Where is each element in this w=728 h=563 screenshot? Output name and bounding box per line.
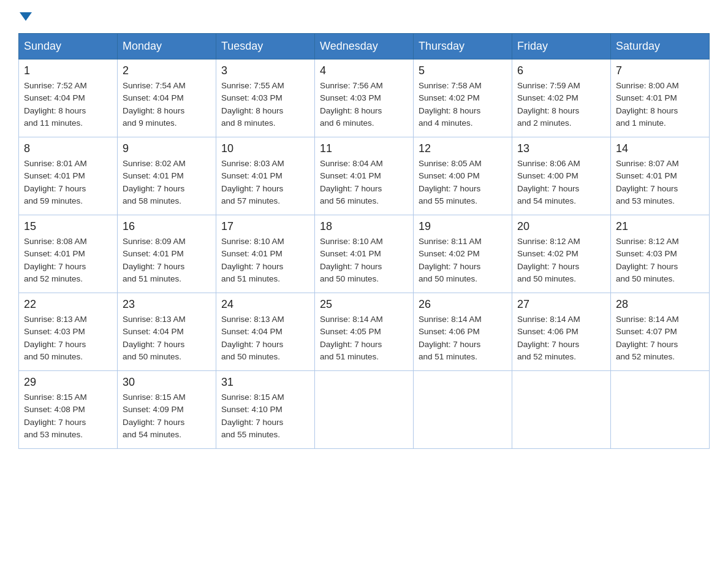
calendar-cell (315, 371, 414, 449)
calendar-header-sunday: Sunday (19, 34, 118, 59)
day-info: Sunrise: 7:52 AMSunset: 4:04 PMDaylight:… (24, 80, 112, 129)
day-number: 8 (24, 142, 112, 155)
calendar-cell: 28 Sunrise: 8:14 AMSunset: 4:07 PMDaylig… (611, 293, 710, 371)
day-number: 14 (616, 142, 704, 155)
day-number: 23 (123, 298, 211, 311)
day-info: Sunrise: 8:11 AMSunset: 4:02 PMDaylight:… (419, 236, 507, 285)
day-number: 3 (221, 64, 309, 77)
calendar-header-saturday: Saturday (611, 34, 710, 59)
day-info: Sunrise: 8:06 AMSunset: 4:00 PMDaylight:… (517, 158, 605, 207)
day-info: Sunrise: 8:00 AMSunset: 4:01 PMDaylight:… (616, 80, 704, 129)
calendar-cell: 6 Sunrise: 7:59 AMSunset: 4:02 PMDayligh… (512, 59, 611, 137)
calendar-header-friday: Friday (512, 34, 611, 59)
day-number: 28 (616, 298, 704, 311)
calendar-table: SundayMondayTuesdayWednesdayThursdayFrid… (18, 33, 710, 449)
day-number: 25 (320, 298, 408, 311)
day-info: Sunrise: 8:02 AMSunset: 4:01 PMDaylight:… (123, 158, 211, 207)
day-info: Sunrise: 7:54 AMSunset: 4:04 PMDaylight:… (123, 80, 211, 129)
day-number: 27 (517, 298, 605, 311)
day-number: 7 (616, 64, 704, 77)
calendar-cell: 27 Sunrise: 8:14 AMSunset: 4:06 PMDaylig… (512, 293, 611, 371)
day-number: 4 (320, 64, 408, 77)
day-info: Sunrise: 8:01 AMSunset: 4:01 PMDaylight:… (24, 158, 112, 207)
day-number: 11 (320, 142, 408, 155)
calendar-cell: 19 Sunrise: 8:11 AMSunset: 4:02 PMDaylig… (414, 215, 512, 293)
calendar-header-wednesday: Wednesday (315, 34, 414, 59)
day-number: 1 (24, 64, 112, 77)
calendar-cell: 30 Sunrise: 8:15 AMSunset: 4:09 PMDaylig… (118, 371, 216, 449)
day-number: 13 (517, 142, 605, 155)
calendar-cell: 25 Sunrise: 8:14 AMSunset: 4:05 PMDaylig… (315, 293, 414, 371)
day-info: Sunrise: 8:14 AMSunset: 4:05 PMDaylight:… (320, 313, 408, 363)
day-info: Sunrise: 8:14 AMSunset: 4:06 PMDaylight:… (419, 313, 507, 363)
calendar-cell: 3 Sunrise: 7:55 AMSunset: 4:03 PMDayligh… (216, 59, 315, 137)
day-info: Sunrise: 8:09 AMSunset: 4:01 PMDaylight:… (123, 236, 211, 285)
calendar-cell: 16 Sunrise: 8:09 AMSunset: 4:01 PMDaylig… (118, 215, 216, 293)
calendar-cell: 10 Sunrise: 8:03 AMSunset: 4:01 PMDaylig… (216, 137, 315, 215)
calendar-week-row: 1 Sunrise: 7:52 AMSunset: 4:04 PMDayligh… (19, 59, 710, 137)
day-number: 22 (24, 298, 112, 311)
calendar-header-row: SundayMondayTuesdayWednesdayThursdayFrid… (19, 34, 710, 59)
calendar-cell: 24 Sunrise: 8:13 AMSunset: 4:04 PMDaylig… (216, 293, 315, 371)
calendar-header-thursday: Thursday (414, 34, 512, 59)
day-info: Sunrise: 8:13 AMSunset: 4:04 PMDaylight:… (123, 313, 211, 363)
calendar-cell: 7 Sunrise: 8:00 AMSunset: 4:01 PMDayligh… (611, 59, 710, 137)
calendar-cell: 5 Sunrise: 7:58 AMSunset: 4:02 PMDayligh… (414, 59, 512, 137)
calendar-header-monday: Monday (118, 34, 216, 59)
day-info: Sunrise: 7:59 AMSunset: 4:02 PMDaylight:… (517, 80, 605, 129)
day-info: Sunrise: 8:15 AMSunset: 4:09 PMDaylight:… (123, 391, 211, 441)
day-info: Sunrise: 7:56 AMSunset: 4:03 PMDaylight:… (320, 80, 408, 129)
day-info: Sunrise: 8:15 AMSunset: 4:10 PMDaylight:… (221, 391, 309, 441)
day-info: Sunrise: 8:10 AMSunset: 4:01 PMDaylight:… (320, 236, 408, 285)
day-info: Sunrise: 8:05 AMSunset: 4:00 PMDaylight:… (419, 158, 507, 207)
calendar-cell: 23 Sunrise: 8:13 AMSunset: 4:04 PMDaylig… (118, 293, 216, 371)
calendar-week-row: 15 Sunrise: 8:08 AMSunset: 4:01 PMDaylig… (19, 215, 710, 293)
day-number: 17 (221, 220, 309, 233)
day-info: Sunrise: 8:12 AMSunset: 4:03 PMDaylight:… (616, 236, 704, 285)
day-number: 29 (24, 376, 112, 389)
day-number: 12 (419, 142, 507, 155)
day-number: 16 (123, 220, 211, 233)
day-number: 26 (419, 298, 507, 311)
day-info: Sunrise: 8:15 AMSunset: 4:08 PMDaylight:… (24, 391, 112, 441)
day-number: 2 (123, 64, 211, 77)
day-info: Sunrise: 8:07 AMSunset: 4:01 PMDaylight:… (616, 158, 704, 207)
day-number: 6 (517, 64, 605, 77)
day-info: Sunrise: 7:55 AMSunset: 4:03 PMDaylight:… (221, 80, 309, 129)
calendar-cell: 22 Sunrise: 8:13 AMSunset: 4:03 PMDaylig… (19, 293, 118, 371)
day-info: Sunrise: 8:12 AMSunset: 4:02 PMDaylight:… (517, 236, 605, 285)
calendar-cell: 13 Sunrise: 8:06 AMSunset: 4:00 PMDaylig… (512, 137, 611, 215)
day-number: 19 (419, 220, 507, 233)
calendar-cell (414, 371, 512, 449)
logo (18, 12, 32, 21)
calendar-cell: 17 Sunrise: 8:10 AMSunset: 4:01 PMDaylig… (216, 215, 315, 293)
logo-triangle-icon (20, 12, 32, 21)
calendar-week-row: 29 Sunrise: 8:15 AMSunset: 4:08 PMDaylig… (19, 371, 710, 449)
day-number: 30 (123, 376, 211, 389)
day-info: Sunrise: 8:14 AMSunset: 4:07 PMDaylight:… (616, 313, 704, 363)
day-number: 31 (221, 376, 309, 389)
calendar-cell: 8 Sunrise: 8:01 AMSunset: 4:01 PMDayligh… (19, 137, 118, 215)
day-number: 18 (320, 220, 408, 233)
page-header (18, 12, 710, 21)
calendar-cell: 26 Sunrise: 8:14 AMSunset: 4:06 PMDaylig… (414, 293, 512, 371)
calendar-cell: 20 Sunrise: 8:12 AMSunset: 4:02 PMDaylig… (512, 215, 611, 293)
calendar-cell: 29 Sunrise: 8:15 AMSunset: 4:08 PMDaylig… (19, 371, 118, 449)
calendar-cell: 14 Sunrise: 8:07 AMSunset: 4:01 PMDaylig… (611, 137, 710, 215)
calendar-week-row: 8 Sunrise: 8:01 AMSunset: 4:01 PMDayligh… (19, 137, 710, 215)
calendar-cell: 2 Sunrise: 7:54 AMSunset: 4:04 PMDayligh… (118, 59, 216, 137)
calendar-cell (611, 371, 710, 449)
calendar-header-tuesday: Tuesday (216, 34, 315, 59)
day-number: 24 (221, 298, 309, 311)
day-info: Sunrise: 7:58 AMSunset: 4:02 PMDaylight:… (419, 80, 507, 129)
calendar-cell: 11 Sunrise: 8:04 AMSunset: 4:01 PMDaylig… (315, 137, 414, 215)
calendar-cell: 18 Sunrise: 8:10 AMSunset: 4:01 PMDaylig… (315, 215, 414, 293)
day-number: 10 (221, 142, 309, 155)
day-info: Sunrise: 8:04 AMSunset: 4:01 PMDaylight:… (320, 158, 408, 207)
day-number: 15 (24, 220, 112, 233)
day-info: Sunrise: 8:10 AMSunset: 4:01 PMDaylight:… (221, 236, 309, 285)
calendar-cell: 12 Sunrise: 8:05 AMSunset: 4:00 PMDaylig… (414, 137, 512, 215)
calendar-cell: 31 Sunrise: 8:15 AMSunset: 4:10 PMDaylig… (216, 371, 315, 449)
day-info: Sunrise: 8:14 AMSunset: 4:06 PMDaylight:… (517, 313, 605, 363)
calendar-cell (512, 371, 611, 449)
